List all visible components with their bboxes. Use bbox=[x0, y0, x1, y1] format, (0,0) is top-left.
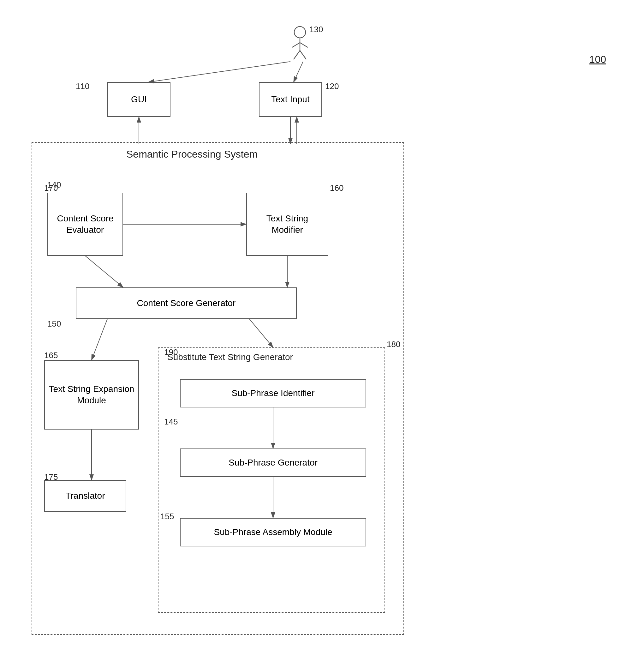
ref-155-label: 155 bbox=[160, 512, 174, 521]
ref-120-label: 120 bbox=[325, 81, 339, 91]
content-score-evaluator-box: Content Score Evaluator bbox=[47, 193, 123, 256]
svg-line-4 bbox=[294, 50, 300, 59]
svg-line-5 bbox=[300, 50, 306, 59]
person-icon bbox=[287, 25, 312, 60]
diagram-container: 100 130 GUI Text Input 110 120 Semantic … bbox=[13, 13, 631, 655]
ref-190-label: 190 bbox=[164, 347, 178, 357]
translator-box: Translator bbox=[44, 480, 126, 512]
ref-145-label: 145 bbox=[164, 417, 178, 427]
svg-line-9 bbox=[294, 62, 303, 82]
svg-line-2 bbox=[292, 43, 300, 47]
text-input-box: Text Input bbox=[259, 82, 322, 117]
ref-160-label: 160 bbox=[330, 183, 343, 193]
sub-phrase-generator-box: Sub-Phrase Generator bbox=[180, 449, 366, 477]
ref-180-label: 180 bbox=[387, 339, 400, 349]
gui-box: GUI bbox=[107, 82, 170, 117]
ref-100-label: 100 bbox=[589, 54, 606, 65]
substitute-text-string-generator-label: Substitute Text String Generator bbox=[167, 352, 293, 362]
svg-point-0 bbox=[294, 27, 306, 38]
sub-phrase-assembly-module-box: Sub-Phrase Assembly Module bbox=[180, 518, 366, 546]
semantic-processing-system-label: Semantic Processing System bbox=[126, 149, 258, 160]
text-string-modifier-box: Text String Modifier bbox=[246, 193, 328, 256]
svg-line-3 bbox=[300, 43, 308, 47]
ref-170-label: 170 bbox=[44, 183, 58, 193]
ref-130-label: 130 bbox=[309, 25, 323, 34]
svg-line-8 bbox=[148, 62, 290, 82]
text-string-expansion-module-box: Text String Expansion Module bbox=[44, 360, 139, 429]
ref-150-label: 150 bbox=[47, 319, 61, 329]
sub-phrase-identifier-box: Sub-Phrase Identifier bbox=[180, 379, 366, 407]
ref-175-label: 175 bbox=[44, 472, 58, 482]
content-score-generator-box: Content Score Generator bbox=[76, 287, 297, 319]
ref-110-label: 110 bbox=[76, 81, 89, 91]
ref-165-label: 165 bbox=[44, 351, 58, 360]
